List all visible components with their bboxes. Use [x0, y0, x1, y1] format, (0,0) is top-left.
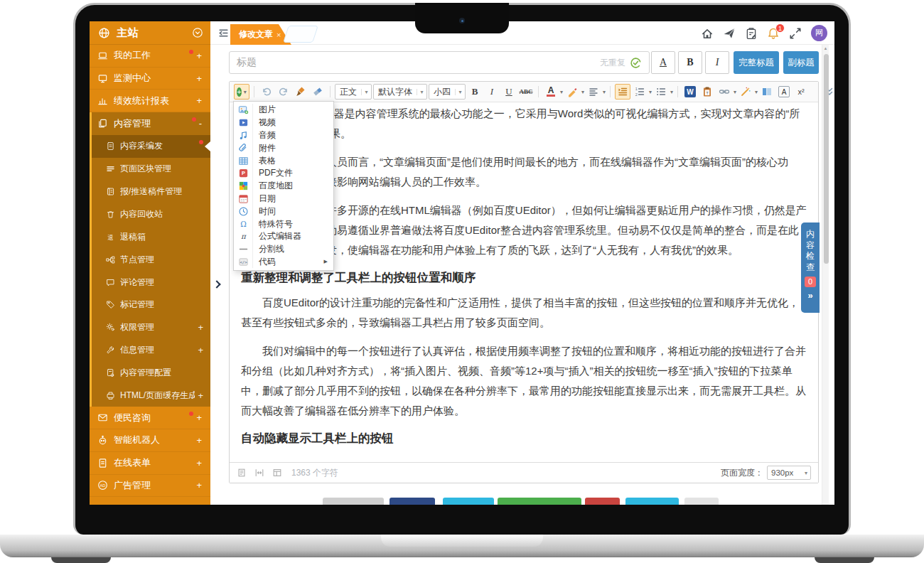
sidebar-item-信息管理[interactable]: 信息管理+: [92, 339, 210, 362]
title-italic-button[interactable]: I: [705, 51, 729, 74]
bold-button[interactable]: B: [467, 84, 483, 100]
insert-menu-item-分割线[interactable]: 分割线: [234, 243, 333, 256]
sidebar-item-页面区块管理[interactable]: 页面区块管理: [92, 158, 210, 181]
title-input[interactable]: 标题 无重复: [229, 51, 650, 74]
sidebar-item-label: 标记管理: [120, 299, 203, 311]
highlight-button[interactable]: [564, 84, 580, 100]
insert-menu-item-公式编辑器[interactable]: π公式编辑器: [234, 230, 333, 243]
sidebar-item-HTML/页面缓存生成[interactable]: HTML/页面缓存生成+: [92, 385, 210, 407]
redo-button[interactable]: [276, 84, 291, 100]
sidebar-item-报/推送稿件管理[interactable]: 报/推送稿件管理: [92, 181, 210, 203]
title-fontcolor-button[interactable]: A: [651, 51, 675, 74]
scrollbar[interactable]: ▲: [822, 45, 829, 505]
action-button-partial-1[interactable]: [323, 498, 384, 505]
sidebar-item-智能机器人[interactable]: 智能机器人+: [90, 429, 210, 452]
italic-button[interactable]: I: [484, 84, 500, 100]
tab-edit-article[interactable]: 修改文章 ×: [230, 24, 291, 45]
content-check-tab[interactable]: 内容检查 0 »: [801, 222, 820, 313]
paste-text-button[interactable]: T: [699, 84, 715, 100]
anchor-button[interactable]: A: [776, 84, 792, 100]
sidebar-item-在线表单[interactable]: 在线表单+: [90, 452, 210, 475]
sidebar-item-节点管理[interactable]: 节点管理: [92, 248, 210, 271]
format-painter-button[interactable]: [293, 84, 308, 100]
caret-down-icon: ▾: [670, 89, 673, 95]
strikethrough-button[interactable]: ABC: [518, 84, 534, 100]
insert-button[interactable]: +▾: [234, 84, 249, 100]
link-button[interactable]: [716, 84, 732, 100]
sidebar-item-绩效统计报表[interactable]: 绩效统计报表+: [90, 90, 210, 112]
insert-menu-item-特殊符号[interactable]: Ω特殊符号: [234, 218, 333, 230]
superscript-button[interactable]: x²: [793, 84, 809, 100]
sidebar-item-权限管理[interactable]: 权限管理+: [92, 316, 210, 339]
autoformat-button[interactable]: [738, 84, 753, 100]
source-view-icon[interactable]: [237, 468, 247, 478]
insert-menu-item-表格[interactable]: 表格: [234, 154, 333, 167]
paragraph-select[interactable]: 正文▾: [335, 84, 372, 100]
clear-format-button[interactable]: [310, 84, 326, 100]
font-size-value: 小四: [429, 86, 455, 98]
sidebar-expand-handle[interactable]: [213, 280, 220, 289]
insert-menu-item-时间[interactable]: 时间: [234, 205, 333, 218]
sidebar-item-内容管理配置[interactable]: 内容管理配置: [92, 362, 210, 385]
scrollbar-thumb[interactable]: [824, 54, 829, 264]
insert-menu-item-日期[interactable]: 日期: [234, 193, 333, 205]
insert-menu-item-代码[interactable]: </>代码▶: [234, 256, 333, 269]
font-size-select[interactable]: 小四▾: [429, 84, 466, 100]
align-button[interactable]: [586, 84, 601, 100]
draft-clipboard-icon[interactable]: [745, 27, 758, 40]
avatar[interactable]: 网: [811, 25, 827, 41]
sidebar-item-我的工作[interactable]: 我的工作+: [90, 45, 210, 68]
sidebar-item-广告管理[interactable]: AD广告管理+: [90, 475, 210, 498]
grid-view-icon[interactable]: [272, 468, 282, 478]
sidebar-item-退稿箱[interactable]: 退退稿箱: [92, 225, 210, 248]
sidebar-item-内容管理[interactable]: 内容管理-: [92, 112, 210, 135]
notification-bell-icon[interactable]: 1: [767, 27, 780, 40]
color-bar: [547, 95, 555, 97]
word-icon: W: [684, 86, 696, 97]
indent-button[interactable]: [615, 84, 630, 100]
full-title-button[interactable]: 完整标题: [734, 51, 779, 74]
action-button-partial-3[interactable]: [443, 498, 494, 505]
underline-button[interactable]: U: [501, 84, 517, 100]
caret-down-icon: ▾: [417, 89, 426, 95]
insert-menu-item-音频[interactable]: 音频: [234, 129, 333, 142]
home-icon[interactable]: [701, 27, 714, 40]
insert-menu-item-图片[interactable]: 图片: [234, 104, 333, 117]
action-button-partial-6[interactable]: [625, 498, 679, 505]
sidebar-item-label: 内容采编发: [120, 140, 197, 152]
page-width-icon[interactable]: [254, 468, 264, 478]
bullet-list-button[interactable]: [653, 84, 669, 100]
send-icon[interactable]: [723, 27, 736, 40]
insert-menu-item-附件[interactable]: 附件: [234, 141, 333, 154]
action-button-partial-5[interactable]: [585, 498, 620, 505]
sidebar-item-标记管理[interactable]: 标记管理: [92, 294, 210, 316]
site-switcher[interactable]: 主站: [90, 21, 210, 45]
font-family-select[interactable]: 默认字体▾: [373, 84, 427, 100]
sidebar-item-内容采编发[interactable]: 内容采编发: [92, 135, 210, 158]
sidebar-item-便民咨询[interactable]: 便民咨询+: [90, 407, 210, 429]
sidebar-item-监测中心[interactable]: 监测中心+: [90, 68, 210, 90]
font-color-button[interactable]: A: [543, 84, 559, 100]
fullscreen-icon[interactable]: [789, 27, 802, 40]
action-button-partial-2[interactable]: [390, 498, 435, 505]
insert-menu-item-百度地图[interactable]: 百度地图: [234, 180, 333, 193]
caret-down-icon: ▾: [244, 89, 247, 95]
action-button-partial-4[interactable]: [498, 498, 581, 505]
subtitle-button[interactable]: 副标题: [783, 51, 819, 74]
chevron-down-circle-icon[interactable]: [192, 27, 203, 38]
sidebar-item-label: 广告管理: [114, 479, 193, 492]
tab-close-icon[interactable]: ×: [276, 31, 281, 39]
paste-word-button[interactable]: W: [682, 84, 698, 100]
undo-button[interactable]: [259, 84, 274, 100]
insert-menu-item-视频[interactable]: 视频: [234, 117, 333, 129]
action-button-partial-7[interactable]: [684, 498, 719, 505]
sidebar-item-内容回收站[interactable]: 内容回收站: [92, 203, 210, 225]
scroll-up-arrow[interactable]: ▲: [822, 46, 829, 50]
title-bold-button[interactable]: B: [678, 51, 702, 74]
ordered-list-button[interactable]: 12: [632, 84, 648, 100]
sidebar-item-评论管理[interactable]: 评论管理: [92, 271, 210, 294]
layout-button[interactable]: [759, 84, 775, 100]
insert-menu-item-PDF文件[interactable]: PPDF文件: [234, 167, 333, 180]
page-width-select[interactable]: 930px ▾: [767, 466, 811, 480]
sidebar-collapse-icon[interactable]: [217, 27, 230, 39]
